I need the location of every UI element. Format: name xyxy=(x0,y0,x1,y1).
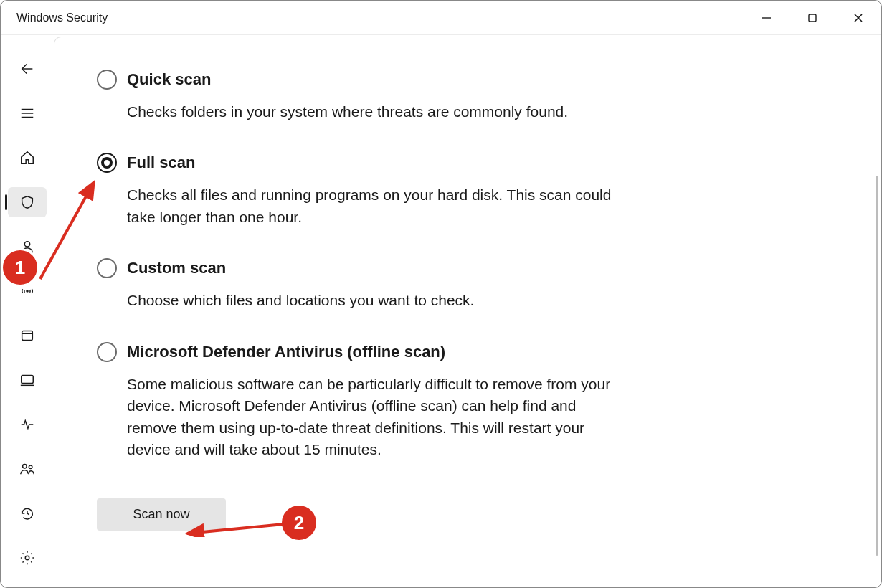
annotation-badge-2: 2 xyxy=(282,506,316,540)
svg-point-15 xyxy=(29,465,32,469)
option-title: Custom scan xyxy=(127,259,226,278)
option-description: Checks all files and running programs on… xyxy=(127,184,627,228)
radio-quick-scan[interactable] xyxy=(97,70,117,90)
option-full-scan: Full scan Checks all files and running p… xyxy=(97,153,627,228)
svg-rect-12 xyxy=(22,376,34,384)
radio-custom-scan[interactable] xyxy=(97,258,117,278)
nav-protection-history[interactable] xyxy=(8,498,47,528)
nav-family-options[interactable] xyxy=(8,454,47,484)
option-header: Full scan xyxy=(97,153,627,173)
sidebar xyxy=(1,35,54,587)
option-header: Microsoft Defender Antivirus (offline sc… xyxy=(97,342,627,362)
scan-options-panel: Quick scan Checks folders in your system… xyxy=(54,37,881,587)
option-description: Choose which files and locations you wan… xyxy=(127,290,627,311)
title-bar: Windows Security xyxy=(1,1,881,35)
minimize-button[interactable] xyxy=(744,1,789,34)
svg-rect-1 xyxy=(809,14,816,22)
content-area: Quick scan Checks folders in your system… xyxy=(54,35,881,587)
svg-point-8 xyxy=(24,242,29,247)
option-header: Custom scan xyxy=(97,258,627,278)
close-button[interactable] xyxy=(835,1,881,34)
maximize-button[interactable] xyxy=(789,1,835,34)
svg-rect-10 xyxy=(22,331,33,341)
option-title: Full scan xyxy=(127,153,195,172)
svg-point-18 xyxy=(25,556,29,560)
sidebar-bottom xyxy=(1,543,54,573)
window-root: Windows Security xyxy=(0,0,882,588)
svg-point-9 xyxy=(26,290,29,293)
option-quick-scan: Quick scan Checks folders in your system… xyxy=(97,70,627,123)
option-offline-scan: Microsoft Defender Antivirus (offline sc… xyxy=(97,342,627,461)
nav-device-security[interactable] xyxy=(8,365,47,395)
nav-app-browser-control[interactable] xyxy=(8,321,47,351)
nav-settings[interactable] xyxy=(8,543,47,573)
option-title: Quick scan xyxy=(127,70,211,89)
scrollbar-thumb[interactable] xyxy=(876,176,878,556)
annotation-badge-1: 1 xyxy=(3,250,37,285)
option-description: Checks folders in your system where thre… xyxy=(127,101,627,123)
nav-device-performance[interactable] xyxy=(8,409,47,440)
hamburger-menu-button[interactable] xyxy=(8,98,47,128)
radio-offline-scan[interactable] xyxy=(97,342,117,362)
window-controls xyxy=(744,1,881,34)
scan-now-button[interactable]: Scan now xyxy=(97,498,226,531)
sidebar-top xyxy=(1,54,54,528)
option-custom-scan: Custom scan Choose which files and locat… xyxy=(97,258,627,311)
window-body: Quick scan Checks folders in your system… xyxy=(1,35,881,587)
svg-point-14 xyxy=(23,465,27,469)
window-title: Windows Security xyxy=(16,11,108,24)
option-title: Microsoft Defender Antivirus (offline sc… xyxy=(127,343,445,361)
nav-home[interactable] xyxy=(8,143,47,173)
option-description: Some malicious software can be particula… xyxy=(127,374,627,461)
back-button[interactable] xyxy=(8,54,47,84)
radio-full-scan[interactable] xyxy=(97,153,117,173)
nav-virus-protection[interactable] xyxy=(8,187,47,217)
svg-line-17 xyxy=(27,513,29,515)
option-header: Quick scan xyxy=(97,70,627,90)
